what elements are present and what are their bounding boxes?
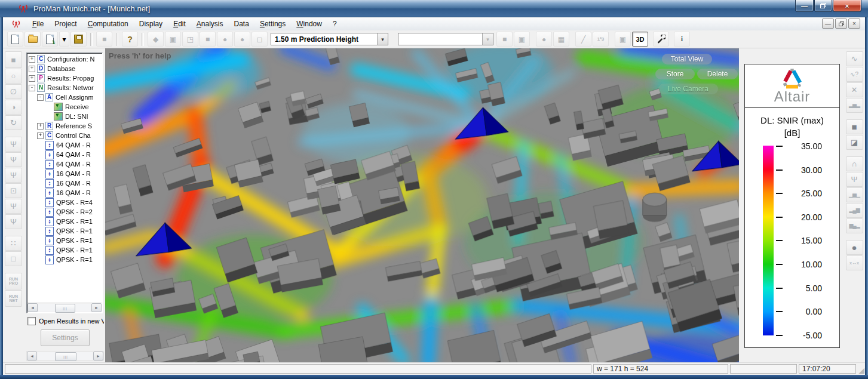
menu-help[interactable]: ?	[327, 18, 342, 30]
antenna-plot-icon: Ψ	[851, 175, 858, 183]
tree-expander[interactable]: -	[29, 85, 35, 91]
panel-horizontal-scrollbar[interactable]: ◄ ||| ►	[26, 351, 104, 361]
open-dropdown-button[interactable]: ▾	[59, 32, 69, 47]
tree-expander	[37, 218, 44, 225]
antenna2-icon: Ψ	[10, 156, 17, 164]
settings-label: Settings	[52, 334, 78, 342]
tree-item-results-network[interactable]: -NResults: Networ	[27, 83, 102, 93]
save-floppy-icon	[74, 35, 83, 44]
tree-item-qpsk-r2[interactable]: QPSK - R=2	[27, 207, 102, 217]
map-view-button[interactable]: ■	[846, 119, 863, 134]
menu-project[interactable]: Project	[49, 18, 82, 30]
antenna-plot-button: Ψ	[846, 172, 863, 187]
tree-expander[interactable]: -	[37, 94, 44, 101]
open-file-button[interactable]	[24, 32, 41, 47]
tree-item-results-propagation[interactable]: +PResults: Propag	[27, 73, 102, 83]
view-3d-label: 3D	[636, 36, 644, 43]
tree-expander[interactable]: +	[29, 56, 35, 63]
updown-icon	[45, 198, 54, 207]
tree-expander[interactable]: +	[37, 133, 44, 139]
close-button[interactable]: ×	[833, 0, 861, 12]
scrollbar-thumb[interactable]: |||	[55, 304, 75, 313]
tree-item-16qam-1[interactable]: 16 QAM - R	[27, 169, 102, 178]
tree-item-qpsk-r1-5[interactable]: QPSK - R=1	[27, 255, 102, 264]
move-tool-icon: ◆	[153, 35, 158, 44]
tree-item-reference-signal[interactable]: +RReference S	[27, 121, 102, 131]
tree-item-qpsk-r1-1[interactable]: QPSK - R=1	[27, 217, 102, 226]
combo2-dropdown-icon: ▾	[482, 33, 493, 45]
combo-dropdown-icon[interactable]: ▾	[377, 33, 388, 45]
menu-computation[interactable]: Computation	[82, 18, 134, 30]
open-results-checkbox-row[interactable]: Open Results in new V	[27, 317, 104, 325]
menu-analysis[interactable]: Analysis	[191, 18, 229, 30]
store-button[interactable]: Store	[655, 69, 695, 79]
restore-button[interactable]	[814, 0, 832, 12]
minimize-button[interactable]: —	[795, 0, 814, 12]
import-button[interactable]: ↴	[42, 32, 58, 47]
total-view-button[interactable]: Total View	[662, 54, 712, 64]
tree-item-dl-snir[interactable]: DL: SNI	[27, 112, 102, 121]
tree-item-qpsk-r1-4[interactable]: QPSK - R=1	[27, 245, 102, 255]
menu-window[interactable]: Window	[291, 18, 327, 30]
mdi-close-button[interactable]: ×	[848, 19, 860, 29]
tree-item-cell-assignment[interactable]: -ACell Assignm	[27, 93, 102, 102]
scroll-left-button[interactable]: ◄	[27, 352, 37, 360]
menu-data[interactable]: Data	[229, 18, 254, 30]
status-time-cell: 17:07:20	[799, 364, 856, 374]
menu-bar: File Project Computation Display Edit An…	[3, 17, 865, 31]
tree-item-control-channel[interactable]: +CControl Cha	[27, 131, 102, 140]
info-button[interactable]: i	[674, 32, 690, 47]
resize-grip[interactable]: ◢	[858, 366, 864, 374]
tree-expander	[45, 113, 52, 120]
view-3d-toggle[interactable]: 3D	[632, 32, 648, 47]
window-border-left	[0, 17, 3, 379]
new-file-button[interactable]	[7, 32, 23, 47]
tree-item-configuration[interactable]: +CConfiguration: N	[27, 54, 102, 64]
prediction-height-combo[interactable]: 1.50 m Prediction Height ▾	[271, 33, 388, 45]
tree-item-16qam-3[interactable]: 16 QAM - R	[27, 188, 102, 198]
scrollbar-track[interactable]: |||	[38, 304, 91, 312]
tree-item-64qam-1[interactable]: 64 QAM - R	[27, 140, 102, 150]
bars3-icon: ▆▄▂	[849, 223, 859, 229]
mdi-minimize-button[interactable]: —	[822, 19, 834, 29]
tree-item-database[interactable]: +DDatabase	[27, 64, 102, 73]
tree-expander[interactable]: +	[37, 123, 44, 130]
rotate-tool-button: ↻	[5, 115, 22, 130]
save-button[interactable]	[70, 32, 87, 47]
tree-expander[interactable]: +	[29, 66, 35, 72]
tree-c-icon: C	[37, 55, 45, 63]
run-net-label: RUN NET	[5, 294, 22, 303]
tree-item-64qam-3[interactable]: 64 QAM - R	[27, 159, 102, 169]
line-chart-query-button: ∿?	[846, 67, 863, 82]
tree-item-qpsk-r4[interactable]: QPSK - R=4	[27, 198, 102, 207]
tree-item-qpsk-r1-2[interactable]: QPSK - R=1	[27, 226, 102, 236]
scroll-left-button[interactable]: ◄	[27, 303, 38, 312]
mdi-restore-button[interactable]	[835, 19, 847, 29]
tree-horizontal-scrollbar[interactable]: ◄ ||| ►	[27, 303, 102, 312]
scroll-right-button[interactable]: ►	[93, 352, 103, 360]
tree-item-qpsk-r1-3[interactable]: QPSK - R=1	[27, 236, 102, 245]
settings-button[interactable]: Settings	[41, 329, 90, 346]
open-results-checkbox[interactable]	[27, 317, 36, 325]
delete-button[interactable]: Delete	[697, 69, 738, 79]
tree-item-64qam-2[interactable]: 64 QAM - R	[27, 150, 102, 159]
help-button[interactable]: ?	[122, 32, 138, 47]
wrench-button[interactable]	[653, 32, 669, 47]
menu-settings[interactable]: Settings	[254, 18, 291, 30]
scroll-right-button[interactable]: ►	[91, 303, 102, 312]
legend-colorbar	[763, 146, 774, 335]
menu-edit[interactable]: Edit	[168, 18, 191, 30]
tree-item-16qam-2[interactable]: 16 QAM - R	[27, 178, 102, 188]
tree-view[interactable]: +CConfiguration: N +DDatabase +PResults:…	[26, 53, 103, 313]
menu-file[interactable]: File	[27, 18, 49, 30]
scrollbar-track[interactable]: |||	[38, 352, 93, 360]
map-small-button[interactable]: ◪	[846, 135, 863, 150]
menu-display[interactable]: Display	[134, 18, 168, 30]
run-propagation-button: RUN PRO	[5, 273, 22, 289]
scrollbar-thumb[interactable]: |||	[55, 352, 76, 361]
annotation-bubble-button[interactable]: ●	[846, 240, 863, 255]
tree-item-received[interactable]: Receive	[27, 102, 102, 112]
tree-expander[interactable]: +	[29, 75, 35, 82]
window-title: ProMan Munich.net - [Munich.net]	[33, 4, 150, 13]
3d-viewport[interactable]: Press 'h' for help Total View Store Dele…	[105, 48, 739, 363]
